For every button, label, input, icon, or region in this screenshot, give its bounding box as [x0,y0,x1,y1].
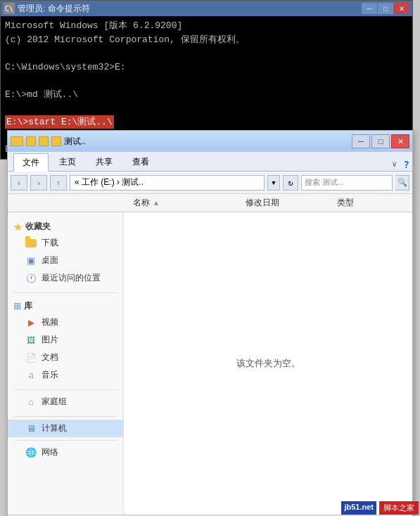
cmd-maximize-button[interactable]: □ [378,3,393,14]
cmd-line-3 [5,46,408,60]
column-header: 名称 ▲ 修改日期 类型 [8,194,412,212]
sidebar-item-image[interactable]: 🖼 图片 [8,331,123,349]
explorer-controls: ─ □ ✕ [352,134,409,148]
sidebar-item-download[interactable]: 下载 [8,234,123,252]
doc-icon: 📄 [25,352,37,363]
star-icon: ★ [13,221,23,233]
col-name-header[interactable]: 名称 ▲ [127,197,240,209]
image-icon: 🖼 [25,335,37,346]
download-folder-icon [25,238,37,249]
cmd-highlight: E:\>start E:\测试..\ [5,115,114,129]
divider-1 [13,292,117,293]
explorer-folder-icon [11,136,23,146]
recent-icon: 🕐 [25,273,37,284]
sidebar: ★ 收藏夹 下载 ▣ 桌面 🕐 最近访问的位置 [8,212,124,515]
cmd-line-4: C:\Windows\system32>E: [5,60,408,75]
cmd-controls: ─ □ ✕ [362,3,409,14]
explorer-maximize-button[interactable]: □ [371,134,390,148]
tab-file[interactable]: 文件 [13,153,49,172]
up-button[interactable]: ↑ [50,175,67,191]
cmd-line-6: E:\>md 测试..\ [5,88,408,102]
sidebar-homegroup-section: ⌂ 家庭组 [8,393,123,411]
help-button[interactable]: ? [404,159,409,170]
homegroup-icon: ⌂ [25,396,37,408]
forward-button[interactable]: › [30,175,47,191]
explorer-title-left: 测试.. [11,136,86,148]
content-area: 该文件夹为空。 [124,212,412,515]
sidebar-item-music[interactable]: ♫ 音乐 [8,366,123,384]
cmd-titlebar: C\ 管理员: 命令提示符 ─ □ ✕ [1,1,412,16]
explorer-title-text: 测试.. [64,136,86,148]
ribbon-collapse-btn[interactable]: ∨ [392,160,397,169]
watermark-site: 脚本之家 [379,501,419,515]
back-button[interactable]: ‹ [11,175,27,191]
cmd-line-1: Microsoft Windows [版本 6.2.9200] [5,19,408,33]
desktop-icon: ▣ [25,255,37,266]
sidebar-library-header: ⊞ 库 [8,296,123,314]
music-icon: ♫ [25,370,37,381]
address-bar: ‹ › ↑ « 工作 (E:) › 测试.. ▼ ↻ 搜索 测试... 🔍 [8,172,412,194]
cmd-line-8: E:\>start E:\测试..\ [5,115,408,129]
explorer-main: ★ 收藏夹 下载 ▣ 桌面 🕐 最近访问的位置 [8,212,412,515]
sidebar-item-video[interactable]: ▶ 视频 [8,314,123,331]
watermark: jb51.net 脚本之家 [341,501,419,515]
explorer-close-button[interactable]: ✕ [391,134,409,148]
explorer-window: 测试.. ─ □ ✕ 文件 主页 共享 查看 ∨ ? ‹ › ↑ « 工作 (E… [7,130,413,516]
tab-home[interactable]: 主页 [50,153,85,171]
cmd-close-button[interactable]: ✕ [394,3,409,14]
sidebar-favorites-section: ★ 收藏夹 下载 ▣ 桌面 🕐 最近访问的位置 [8,217,123,287]
cmd-line-7 [5,101,408,115]
sidebar-favorites-header: ★ 收藏夹 [8,217,123,234]
search-box: 搜索 测试... [301,175,393,191]
cmd-line-2: (c) 2012 Microsoft Corporation, 保留所有权利。 [5,33,408,47]
divider-3 [13,416,117,417]
sidebar-library-section: ⊞ 库 ▶ 视频 🖼 图片 📄 文档 ♫ 音乐 [8,296,123,384]
sidebar-item-doc[interactable]: 📄 文档 [8,349,123,366]
divider-2 [13,389,117,390]
explorer-icon-2 [39,136,49,146]
explorer-titlebar: 测试.. ─ □ ✕ [8,131,412,152]
watermark-jb51: jb51.net [341,501,376,515]
network-icon: 🌐 [25,447,37,458]
cmd-icon: C\ [4,3,15,14]
explorer-icon-3 [51,136,61,146]
sidebar-item-desktop[interactable]: ▣ 桌面 [8,252,123,269]
address-path[interactable]: « 工作 (E:) › 测试.. [70,175,265,191]
sidebar-item-network[interactable]: 🌐 网络 [8,444,123,461]
sidebar-item-computer[interactable]: 🖥 计算机 [8,420,123,437]
refresh-button[interactable]: ↻ [283,175,298,191]
ribbon-tabs: 文件 主页 共享 查看 ∨ ? [8,152,412,172]
col-date-header[interactable]: 修改日期 [240,197,331,209]
cmd-line-5 [5,74,408,88]
search-placeholder: 搜索 测试... [305,177,344,188]
computer-icon: 🖥 [25,423,37,434]
divider-4 [13,440,117,441]
cmd-minimize-button[interactable]: ─ [362,3,377,14]
col-type-header[interactable]: 类型 [331,197,388,209]
cmd-title-text: 管理员: 命令提示符 [18,3,90,15]
empty-folder-message: 该文件夹为空。 [236,357,300,370]
explorer-icon-1 [26,136,36,146]
explorer-minimize-button[interactable]: ─ [352,134,370,148]
library-icon: ⊞ [13,301,21,311]
sidebar-item-recent[interactable]: 🕐 最近访问的位置 [8,269,123,287]
tab-share[interactable]: 共享 [87,153,122,171]
ribbon-tab-right: ∨ ? [392,157,412,171]
video-icon: ▶ [25,317,37,328]
tab-view[interactable]: 查看 [123,153,158,171]
cmd-title-left: C\ 管理员: 命令提示符 [4,3,90,15]
address-dropdown[interactable]: ▼ [267,175,280,191]
sidebar-item-homegroup[interactable]: ⌂ 家庭组 [8,393,123,411]
search-button[interactable]: 🔍 [395,175,409,191]
